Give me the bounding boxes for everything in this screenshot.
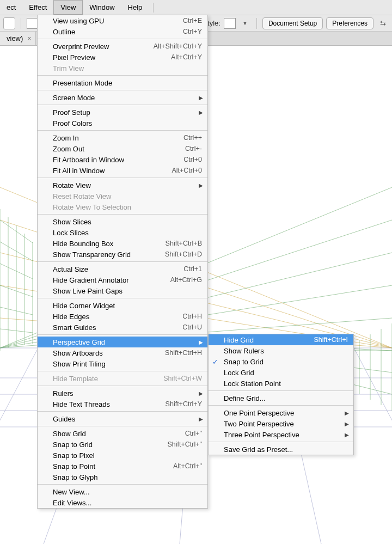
- submenu-arrow-icon: ▶: [199, 339, 203, 345]
- menu-item-label: Hide Bounding Box: [53, 240, 166, 248]
- menu-separator: [38, 90, 207, 90]
- view-menu-item-hide-text-threads[interactable]: Hide Text ThreadsShift+Ctrl+Y: [38, 399, 207, 409]
- menubar-separator: [153, 3, 154, 13]
- view-menu-item-snap-to-glyph[interactable]: Snap to Glyph: [38, 472, 207, 482]
- submenu-arrow-icon: ▶: [345, 432, 349, 438]
- menu-item-label: Fit All in Window: [53, 167, 171, 175]
- menu-item-label: Pixel Preview: [53, 53, 171, 62]
- menu-item-label: Snap to Pixel: [53, 451, 202, 460]
- perspective-submenu-item-save-grid-as-preset[interactable]: Save Grid as Preset...: [209, 444, 353, 455]
- view-menu-item-zoom-in[interactable]: Zoom InCtrl++: [38, 132, 207, 143]
- view-menu-item-overprint-preview[interactable]: Overprint PreviewAlt+Shift+Ctrl+Y: [38, 41, 207, 52]
- submenu-arrow-icon: ▶: [345, 410, 349, 416]
- view-menu-item-screen-mode[interactable]: Screen Mode▶: [38, 92, 207, 103]
- perspective-submenu-item-snap-to-grid[interactable]: ✓Snap to Grid: [209, 356, 353, 367]
- menu-item-label: Hide Text Threads: [53, 400, 166, 408]
- view-menu-item-snap-to-point[interactable]: Snap to PointAlt+Ctrl+": [38, 461, 207, 472]
- view-menu-item-rotate-view[interactable]: Rotate View▶: [38, 180, 207, 191]
- menu-item-label: Hide Edges: [53, 313, 182, 321]
- menu-separator: [38, 39, 207, 39]
- menu-item-shortcut: Shift+Ctrl+Y: [166, 400, 202, 408]
- submenu-arrow-icon: ▶: [199, 182, 203, 188]
- menu-item-view[interactable]: View: [53, 0, 83, 15]
- menu-item-shortcut: Shift+Ctrl+W: [163, 375, 202, 382]
- view-menu-item-edit-views[interactable]: Edit Views...: [38, 497, 207, 508]
- view-menu-item-guides[interactable]: Guides▶: [38, 413, 207, 424]
- view-menu-item-hide-bounding-box[interactable]: Hide Bounding BoxShift+Ctrl+B: [38, 238, 207, 249]
- document-tab[interactable]: view) ×: [0, 32, 36, 45]
- view-menu-item-zoom-out[interactable]: Zoom OutCtrl+-: [38, 143, 207, 154]
- perspective-submenu-item-show-rulers[interactable]: Show Rulers: [209, 345, 353, 356]
- menu-separator: [38, 426, 207, 426]
- dropdown-icon[interactable]: ▼: [239, 17, 251, 29]
- menu-item-shortcut: Alt+Ctrl+G: [170, 276, 202, 284]
- submenu-arrow-icon: ▶: [345, 421, 349, 427]
- view-menu-item-show-slices[interactable]: Show Slices: [38, 216, 207, 227]
- view-menu-item-fit-artboard-in-window[interactable]: Fit Artboard in WindowCtrl+0: [38, 154, 207, 165]
- preferences-button[interactable]: Preferences: [326, 17, 373, 29]
- style-swatch[interactable]: [224, 18, 236, 29]
- menu-separator: [38, 261, 207, 262]
- menu-separator: [209, 442, 353, 442]
- menu-item-effect[interactable]: Effect: [22, 1, 53, 14]
- menu-item-label: Zoom In: [53, 134, 183, 142]
- panel-toggle-icon[interactable]: ⇆: [377, 17, 389, 29]
- perspective-submenu-item-define-grid[interactable]: Define Grid...: [209, 393, 353, 404]
- menu-item-window[interactable]: Window: [83, 1, 121, 14]
- view-menu-item-snap-to-grid[interactable]: Snap to GridShift+Ctrl+": [38, 439, 207, 450]
- view-menu-item-lock-slices[interactable]: Lock Slices: [38, 227, 207, 238]
- menu-separator: [38, 130, 207, 131]
- view-menu-item-show-grid[interactable]: Show GridCtrl+": [38, 428, 207, 439]
- view-menu-item-snap-to-pixel[interactable]: Snap to Pixel: [38, 450, 207, 461]
- menu-item-label: Show Live Paint Gaps: [53, 287, 202, 295]
- menu-item-shortcut: Ctrl+": [185, 430, 202, 437]
- view-menu-item-new-view[interactable]: New View...: [38, 486, 207, 497]
- perspective-submenu-item-hide-grid[interactable]: Hide GridShift+Ctrl+I: [209, 334, 353, 345]
- menu-separator: [38, 214, 207, 215]
- menu-item-label: Lock Station Point: [224, 380, 348, 388]
- perspective-submenu-item-lock-grid[interactable]: Lock Grid: [209, 367, 353, 378]
- close-icon[interactable]: ×: [27, 35, 31, 42]
- view-menu-item-fit-all-in-window[interactable]: Fit All in WindowAlt+Ctrl+0: [38, 165, 207, 176]
- menu-item-label: Show Print Tiling: [53, 360, 202, 368]
- menu-item-label: Snap to Point: [53, 462, 173, 470]
- menu-item-label: Lock Slices: [53, 229, 202, 237]
- view-menu-item-show-live-paint-gaps[interactable]: Show Live Paint Gaps: [38, 285, 207, 296]
- view-menu-item-actual-size[interactable]: Actual SizeCtrl+1: [38, 264, 207, 274]
- view-menu-item-pixel-preview[interactable]: Pixel PreviewAlt+Ctrl+Y: [38, 52, 207, 63]
- view-menu-item-show-transparency-grid[interactable]: Show Transparency GridShift+Ctrl+D: [38, 249, 207, 260]
- menu-item-label: Show Grid: [53, 430, 185, 438]
- view-menu-item-smart-guides[interactable]: Smart GuidesCtrl+U: [38, 322, 207, 333]
- view-menu-item-presentation-mode[interactable]: Presentation Mode: [38, 77, 207, 88]
- menu-item-label: Define Grid...: [224, 394, 348, 402]
- perspective-submenu-item-one-point-perspective[interactable]: One Point Perspective▶: [209, 407, 353, 418]
- menu-item-label: Presentation Mode: [53, 79, 202, 87]
- view-menu-item-hide-gradient-annotator[interactable]: Hide Gradient AnnotatorAlt+Ctrl+G: [38, 274, 207, 285]
- view-menu-item-trim-view: Trim View: [38, 63, 207, 74]
- view-menu-item-proof-colors[interactable]: Proof Colors: [38, 118, 207, 129]
- view-menu-item-show-print-tiling[interactable]: Show Print Tiling: [38, 358, 207, 369]
- view-menu-item-show-artboards[interactable]: Show ArtboardsShift+Ctrl+H: [38, 347, 207, 358]
- view-menu-item-proof-setup[interactable]: Proof Setup▶: [38, 107, 207, 118]
- view-menu-item-hide-edges[interactable]: Hide EdgesCtrl+H: [38, 311, 207, 322]
- view-menu-item-hide-corner-widget[interactable]: Hide Corner Widget: [38, 300, 207, 311]
- menu-item-label: Fit Artboard in Window: [53, 156, 183, 164]
- view-menu-item-perspective-grid[interactable]: Perspective Grid▶: [38, 337, 207, 347]
- perspective-submenu-item-two-point-perspective[interactable]: Two Point Perspective▶: [209, 418, 353, 429]
- view-menu-item-view-using-gpu[interactable]: View using GPUCtrl+E: [38, 15, 207, 26]
- menu-item-label: Trim View: [53, 64, 202, 72]
- document-setup-button[interactable]: Document Setup: [262, 17, 323, 29]
- tool-button[interactable]: [3, 17, 15, 29]
- submenu-arrow-icon: ▶: [199, 390, 203, 396]
- perspective-submenu-item-three-point-perspective[interactable]: Three Point Perspective▶: [209, 429, 353, 440]
- menu-item-help[interactable]: Help: [121, 1, 149, 14]
- menu-item-label: Overprint Preview: [53, 42, 154, 51]
- menu-item-label: Edit Views...: [53, 499, 202, 507]
- menu-separator: [38, 298, 207, 298]
- submenu-arrow-icon: ▶: [199, 109, 203, 115]
- view-menu-item-outline[interactable]: OutlineCtrl+Y: [38, 26, 207, 37]
- menu-item-shortcut: Shift+Ctrl+": [168, 441, 203, 448]
- view-menu-item-rulers[interactable]: Rulers▶: [38, 388, 207, 399]
- menu-item-select-trunc[interactable]: ect: [0, 1, 22, 14]
- perspective-submenu-item-lock-station-point[interactable]: Lock Station Point: [209, 378, 353, 389]
